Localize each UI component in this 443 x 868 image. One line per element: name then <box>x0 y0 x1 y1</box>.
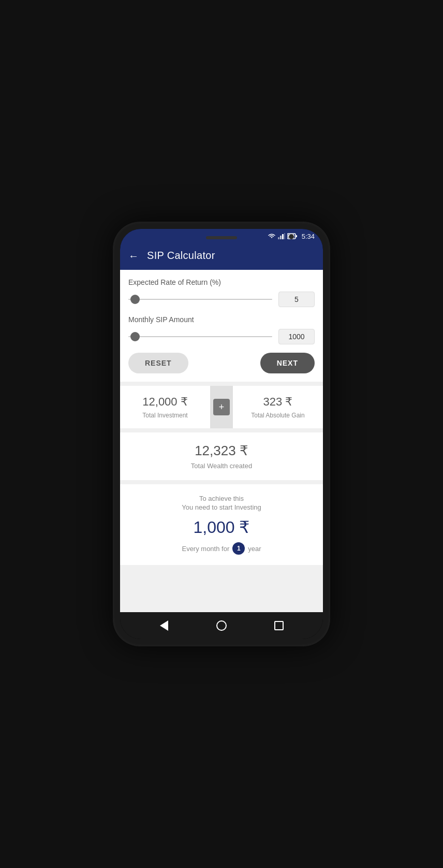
home-nav-icon <box>216 620 227 631</box>
phone-speaker <box>206 236 237 239</box>
main-content: Expected Rate of Return (%) 5 Monthly SI… <box>120 270 323 612</box>
achieve-line2: You need to start Investing <box>130 503 313 511</box>
rate-slider-container <box>128 299 272 300</box>
back-button[interactable]: ← <box>128 251 139 261</box>
svg-rect-1 <box>280 236 282 239</box>
year-badge: 1 <box>232 542 245 555</box>
total-investment-value: 12,000 ₹ <box>142 395 187 409</box>
achieve-amount: 1,000 ₹ <box>130 517 313 537</box>
reset-button[interactable]: RESET <box>128 353 188 373</box>
plus-icon: + <box>213 399 230 415</box>
signal-icon <box>278 233 285 239</box>
back-nav-button[interactable] <box>158 619 170 632</box>
svg-rect-2 <box>282 234 284 239</box>
sip-label: Monthly SIP Amount <box>128 315 315 324</box>
total-investment-card: 12,000 ₹ Total Investment <box>120 386 210 428</box>
achieve-period: Every month for 1 year <box>130 542 313 555</box>
recents-nav-icon <box>274 621 284 630</box>
total-gain-card: 323 ₹ Total Absolute Gain <box>233 386 323 428</box>
svg-rect-0 <box>278 237 279 239</box>
svg-rect-3 <box>284 233 285 239</box>
total-gain-label: Total Absolute Gain <box>251 412 304 419</box>
home-nav-button[interactable] <box>215 619 228 632</box>
total-wealth-card: 12,323 ₹ Total Wealth created <box>120 432 323 480</box>
next-button[interactable]: NEXT <box>260 353 315 373</box>
achieve-line1: To achieve this <box>130 495 313 502</box>
plus-separator: + <box>210 386 233 428</box>
app-bar: ← SIP Calculator <box>120 243 323 270</box>
back-nav-icon <box>160 620 168 631</box>
calculator-card: Expected Rate of Return (%) 5 Monthly SI… <box>120 270 323 382</box>
svg-rect-5 <box>296 235 297 237</box>
summary-row: 12,000 ₹ Total Investment + 323 ₹ Total … <box>120 386 323 428</box>
wifi-icon <box>268 233 276 239</box>
phone-camera <box>289 234 294 239</box>
rate-label: Expected Rate of Return (%) <box>128 278 315 286</box>
rate-slider-row: 5 <box>128 292 315 307</box>
achieve-card: To achieve this You need to start Invest… <box>120 484 323 565</box>
sip-slider-thumb[interactable] <box>130 332 140 341</box>
sip-slider-row: 1000 <box>128 329 315 344</box>
total-investment-label: Total Investment <box>142 412 187 419</box>
sip-value-box[interactable]: 1000 <box>278 329 315 344</box>
period-prefix: Every month for <box>182 545 229 553</box>
total-gain-value: 323 ₹ <box>263 395 293 409</box>
bottom-nav <box>120 612 323 639</box>
sip-slider-container <box>128 336 272 337</box>
phone-frame: ⚡ 5:34 ← SIP Calculator Expected Rate of… <box>113 222 330 646</box>
rate-slider-thumb[interactable] <box>130 295 140 304</box>
app-title: SIP Calculator <box>147 250 215 262</box>
rate-slider-track <box>128 299 272 300</box>
total-wealth-label: Total Wealth created <box>130 462 313 470</box>
rate-value-box[interactable]: 5 <box>278 292 315 307</box>
status-time: 5:34 <box>302 233 315 240</box>
phone-screen: ⚡ 5:34 ← SIP Calculator Expected Rate of… <box>120 229 323 639</box>
sip-slider-track <box>128 336 272 337</box>
recents-nav-button[interactable] <box>273 619 285 632</box>
buttons-row: RESET NEXT <box>128 353 315 373</box>
total-wealth-value: 12,323 ₹ <box>130 443 313 459</box>
period-suffix: year <box>248 545 261 553</box>
